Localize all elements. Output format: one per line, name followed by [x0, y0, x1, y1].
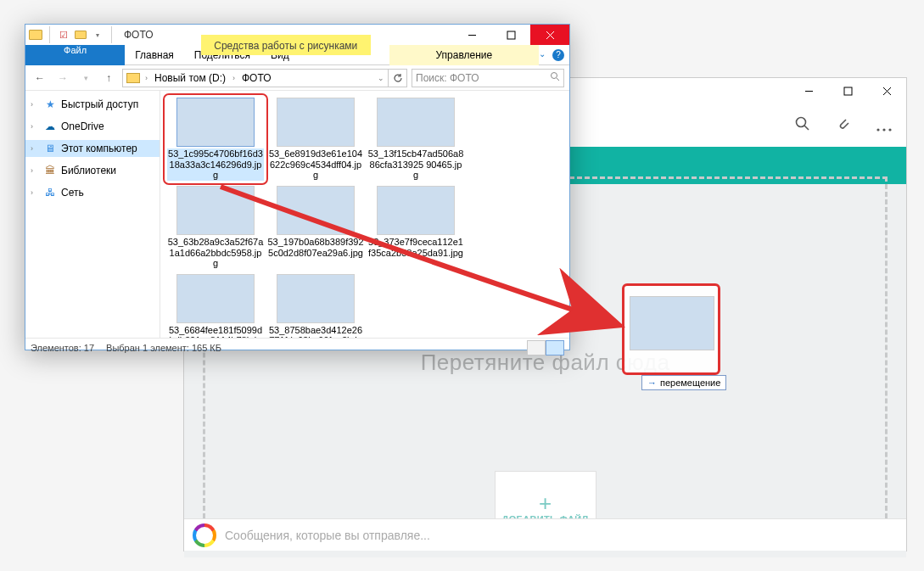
drag-tooltip: → перемещение [641, 375, 726, 390]
address-bar-row: ← → ▾ ↑ › Новый том (D:) › ФОТО ⌄ Поиск:… [25, 65, 569, 91]
breadcrumb-folder[interactable]: ФОТО [240, 72, 273, 84]
explorer-titlebar: ☑ ▾ ФОТО Средства работы с рисунками [25, 25, 569, 45]
svg-rect-1 [844, 87, 852, 95]
nav-libraries[interactable]: ›🏛Библиотеки [25, 162, 160, 179]
file-item[interactable]: 53_197b0a68b389f3925c0d2d8f07ea29a6.jpg [266, 184, 366, 271]
nav-up-button[interactable]: ↑ [99, 69, 118, 87]
svg-line-14 [557, 78, 559, 81]
file-item[interactable]: 53_6684fee181f5099dbdb301ce8114b78b.jpg [165, 272, 266, 338]
file-name: 53_373e7f9ceca112e1f35ca2b38a25da91.jpg [367, 237, 464, 258]
file-thumbnail [277, 98, 355, 147]
search-input[interactable]: Поиск: ФОТО [412, 69, 564, 87]
file-thumbnail [377, 186, 455, 235]
view-details-button[interactable] [527, 340, 546, 355]
ribbon-tab-manage[interactable]: Управление [389, 45, 539, 65]
help-icon[interactable]: ? [552, 49, 564, 61]
file-name: 53_1c995c4706bf16d318a33a3c146296d9.jpg [167, 148, 264, 181]
qat-checkbox-icon[interactable]: ☑ [57, 28, 70, 42]
libraries-icon: 🏛 [43, 165, 57, 176]
ribbon-tab-file[interactable]: Файл [25, 45, 125, 65]
svg-point-8 [888, 128, 891, 131]
svg-point-4 [797, 118, 806, 127]
address-dropdown-icon[interactable]: ⌄ [378, 74, 384, 82]
drag-thumbnail [630, 296, 714, 350]
explorer-minimize-button[interactable] [452, 25, 491, 45]
file-thumbnail [176, 98, 255, 147]
cloud-icon: ☁ [43, 120, 57, 132]
file-item[interactable]: 53_1c995c4706bf16d318a33a3c146296d9.jpg [165, 96, 266, 182]
nav-network[interactable]: ›🖧Сеть [25, 184, 160, 201]
status-item-count: Элементов: 17 [31, 343, 94, 353]
nav-quick-access[interactable]: ›★Быстрый доступ [25, 96, 160, 113]
nav-recent-button[interactable]: ▾ [76, 69, 95, 87]
close-button[interactable] [867, 78, 906, 104]
file-name: 53_63b28a9c3a52f67a1a1d66a2bbdc5958.jpg [167, 237, 264, 269]
search-placeholder: Поиск: ФОТО [416, 72, 479, 84]
file-name: 53_6e8919d3e61e104622c969c4534dff04.jpg [267, 148, 364, 181]
quick-access-toolbar: ☑ ▾ [25, 26, 119, 43]
file-name: 53_13f15cb47ad506a886cfa313925 90465.jpg [367, 148, 464, 181]
network-icon: 🖧 [43, 187, 57, 199]
more-icon[interactable] [874, 115, 894, 137]
nav-this-pc[interactable]: ›🖥Этот компьютер [25, 140, 160, 157]
nav-forward-button[interactable]: → [53, 69, 72, 87]
file-item[interactable]: 53_63b28a9c3a52f67a1a1d66a2bbdc5958.jpg [165, 184, 266, 271]
maximize-button[interactable] [828, 78, 867, 104]
file-thumbnail [277, 274, 355, 323]
file-item[interactable]: 53_13f15cb47ad506a886cfa313925 90465.jpg [366, 96, 466, 182]
search-icon [550, 71, 560, 84]
explorer-window: ☑ ▾ ФОТО Средства работы с рисунками Фай… [25, 24, 570, 350]
qat-dropdown-icon[interactable]: ▾ [91, 28, 104, 42]
file-name: 53_6684fee181f5099dbdb301ce8114b78b.jpg [167, 325, 264, 338]
svg-rect-10 [507, 31, 515, 39]
breadcrumb-drive[interactable]: Новый том (D:) [153, 72, 227, 84]
status-bar: Элементов: 17 Выбран 1 элемент: 165 КБ [25, 338, 569, 356]
nav-onedrive[interactable]: ›☁OneDrive [25, 118, 160, 135]
svg-point-13 [552, 73, 557, 79]
search-icon[interactable] [792, 115, 813, 137]
chevron-right-icon[interactable]: › [231, 74, 237, 82]
pc-icon: 🖥 [43, 143, 57, 154]
minimize-button[interactable] [789, 78, 828, 104]
star-icon: ★ [43, 98, 57, 110]
file-thumbnail [377, 98, 455, 147]
qat-folder-icon[interactable] [74, 28, 87, 42]
chevron-right-icon[interactable]: › [143, 74, 149, 82]
attach-icon[interactable] [833, 115, 854, 137]
plus-icon: + [539, 492, 552, 514]
message-bar: Сообщения, которые вы отправляе... [184, 518, 906, 551]
file-item[interactable]: 53_373e7f9ceca112e1f35ca2b38a25da91.jpg [366, 184, 466, 271]
file-thumbnail [176, 186, 255, 235]
arrow-right-icon: → [647, 378, 657, 388]
svg-point-7 [882, 128, 885, 131]
emoji-icon[interactable] [193, 523, 216, 547]
explorer-close-button[interactable] [530, 25, 569, 45]
ribbon-tab-home[interactable]: Главная [125, 45, 184, 65]
file-name: 53_197b0a68b389f3925c0d2d8f07ea29a6.jpg [267, 237, 364, 258]
drag-ghost [622, 283, 720, 375]
refresh-button[interactable] [389, 69, 407, 87]
file-thumbnail [277, 186, 355, 235]
context-tab[interactable]: Средства работы с рисунками [201, 35, 371, 55]
nav-back-button[interactable]: ← [31, 69, 49, 87]
svg-line-5 [804, 126, 809, 130]
ribbon-expand-icon[interactable]: ⌄ [539, 49, 546, 61]
window-title: ФОТО [124, 29, 154, 41]
drive-icon [126, 73, 140, 83]
header-actions [792, 115, 894, 137]
file-name: 53_8758bae3d412e26771fde63be99faa3b.jpg [267, 325, 364, 338]
view-thumbnails-button[interactable] [546, 340, 564, 355]
svg-point-6 [876, 128, 879, 131]
message-placeholder[interactable]: Сообщения, которые вы отправляе... [225, 529, 430, 542]
nav-pane: ›★Быстрый доступ ›☁OneDrive ›🖥Этот компь… [25, 91, 160, 338]
file-item[interactable]: 53_8758bae3d412e26771fde63be99faa3b.jpg [266, 272, 366, 338]
file-item[interactable]: 53_6e8919d3e61e104622c969c4534dff04.jpg [266, 96, 366, 182]
address-bar[interactable]: › Новый том (D:) › ФОТО ⌄ [122, 69, 389, 87]
status-selection: Выбран 1 элемент: 165 КБ [106, 343, 221, 353]
folder-icon [29, 30, 42, 40]
drag-tooltip-text: перемещение [660, 378, 720, 388]
file-thumbnail [176, 274, 255, 323]
file-pane[interactable]: 53_1c995c4706bf16d318a33a3c146296d9.jpg5… [160, 91, 569, 338]
explorer-maximize-button[interactable] [491, 25, 530, 45]
